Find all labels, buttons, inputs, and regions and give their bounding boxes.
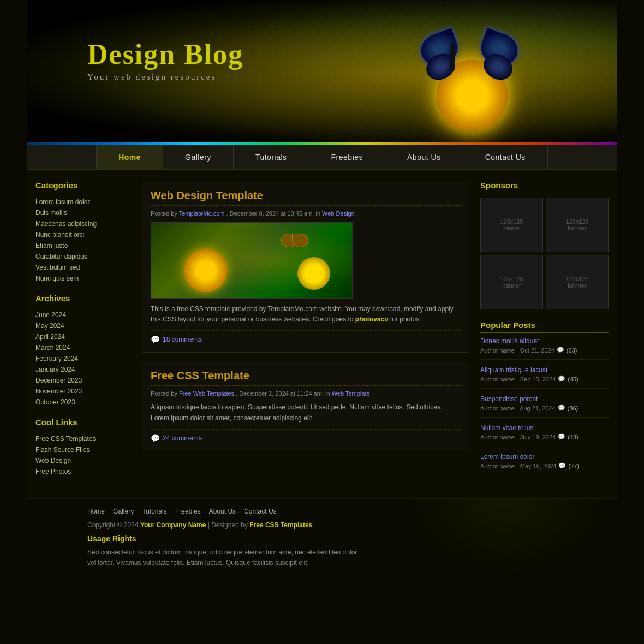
nav-gallery[interactable]: Gallery [163, 145, 234, 169]
category-link[interactable]: Vestibulum sed [35, 264, 80, 271]
category-link[interactable]: Maecenas adipiscing [35, 220, 97, 228]
categories-list: Lorem ipsum dolor Duis mollis Maecenas a… [35, 198, 131, 283]
usage-rights-title: Usage Rights [87, 534, 557, 543]
cool-link[interactable]: Flash Source Files [35, 446, 90, 454]
cool-link[interactable]: Free Photos [35, 468, 71, 475]
footer-nav-tutorials[interactable]: Tutorials [142, 508, 167, 515]
footer-nav-home[interactable]: Home [87, 508, 105, 515]
post-2-category[interactable]: Web Template [332, 390, 370, 397]
sponsors-title: Sponsors [480, 181, 609, 193]
nav-home[interactable]: Home [96, 145, 163, 169]
post-1-category[interactable]: Web Design [322, 210, 355, 217]
post-2-comments[interactable]: 💬 24 comments [151, 429, 461, 443]
footer-divider-2: | [137, 507, 140, 515]
post-1-comments[interactable]: 💬 18 comments [151, 330, 461, 344]
category-link[interactable]: Nunc blandit orci [35, 231, 84, 238]
cool-link[interactable]: Free CSS Templates [35, 435, 96, 443]
site-title: Design Blog [87, 38, 243, 70]
banner-1[interactable]: 125x125 banner [480, 198, 543, 252]
popular-post-1: Donec mollis aliquet Author name - Oct 2… [480, 337, 609, 360]
category-link[interactable]: Curabitur dapibus [35, 253, 87, 260]
popular-post-2-count: (45) [568, 376, 579, 383]
post-image-flower2 [297, 257, 330, 290]
popular-post-3-meta: Author name - Aug 21, 2024 💬 (36) [480, 404, 609, 412]
footer-nav: Home | Gallery | Tutorials | Freebies | … [87, 507, 557, 516]
company-name-link[interactable]: Your Company Name [140, 521, 206, 529]
archive-link[interactable]: June 2024 [35, 311, 66, 319]
popular-post-3-title[interactable]: Suspendisse potent [480, 395, 609, 403]
comment-bubble-icon-5: 💬 [558, 462, 566, 469]
post-1-meta: Posted by TemplateMo.com , December 8, 2… [151, 210, 461, 217]
archive-link[interactable]: October 2023 [35, 398, 75, 406]
comment-icon-2: 💬 [151, 434, 160, 443]
footer-copyright: Copyright © 2024 Your Company Name | Des… [87, 521, 557, 529]
popular-post-4-author-date: Author name - July 19, 2024 [480, 434, 556, 440]
photovaco-link[interactable]: photovaco [355, 315, 389, 323]
popular-post-3: Suspendisse potent Author name - Aug 21,… [480, 395, 609, 418]
list-item: Nunc blandit orci [35, 230, 131, 239]
nav-freebies[interactable]: Freebies [309, 145, 385, 169]
butterfly-decoration [448, 33, 491, 87]
post-1-author[interactable]: TemplateMo.com [179, 210, 225, 217]
popular-post-4-count: (18) [568, 434, 579, 440]
popular-post-4-meta: Author name - July 19, 2024 💬 (18) [480, 433, 609, 440]
banner-4[interactable]: 125x125 banner [546, 255, 609, 309]
cool-links-section: Cool Links Free CSS Templates Flash Sour… [35, 418, 131, 476]
list-item: Curabitur dapibus [35, 252, 131, 261]
category-link[interactable]: Nunc quis sem [35, 275, 79, 282]
archive-link[interactable]: January 2024 [35, 366, 75, 373]
popular-post-2-title[interactable]: Aliquam tristique lacust [480, 366, 609, 374]
archive-link[interactable]: May 2024 [35, 322, 64, 330]
site-subtitle: Your web design resources [87, 73, 243, 82]
popular-posts-title: Popular Posts [480, 320, 609, 333]
footer-nav-gallery[interactable]: Gallery [113, 508, 134, 515]
banner-1-label: 125x125 [500, 218, 523, 225]
footer-divider-5: | [239, 507, 242, 515]
copyright-text: Copyright © 2024 [87, 521, 139, 529]
nav-tutorials[interactable]: Tutorials [234, 145, 309, 169]
archive-link[interactable]: December 2023 [35, 377, 82, 384]
post-1-comments-count: 18 comments [163, 336, 202, 343]
list-item: February 2024 [35, 354, 131, 363]
list-item: April 2024 [35, 332, 131, 341]
cool-links-title: Cool Links [35, 418, 131, 430]
designer-link[interactable]: Free CSS Templates [249, 521, 312, 529]
category-link[interactable]: Duis mollis [35, 209, 67, 217]
footer-nav-contact[interactable]: Contact Us [244, 508, 276, 515]
archive-link[interactable]: April 2024 [35, 333, 65, 341]
banner-1-sublabel: banner [502, 225, 521, 231]
footer-nav-about[interactable]: About Us [209, 508, 236, 515]
post-1-title: Web Design Template [151, 189, 461, 206]
archives-title: Archives [35, 294, 131, 306]
list-item: March 2024 [35, 343, 131, 352]
list-item: October 2023 [35, 398, 131, 407]
popular-post-5-title[interactable]: Lorem ipsum dolor [480, 453, 609, 461]
popular-post-4-title[interactable]: Nullam vitae tellus [480, 424, 609, 432]
footer-nav-freebies[interactable]: Freebies [175, 508, 201, 515]
footer-divider-3: | [170, 507, 174, 515]
nav-contact[interactable]: Contact Us [463, 145, 548, 169]
archive-link[interactable]: February 2024 [35, 355, 78, 362]
category-link[interactable]: Etiam justo [35, 242, 68, 249]
post-2-author[interactable]: Free Web Templates [179, 390, 234, 397]
banner-2[interactable]: 125x125 banner [546, 198, 609, 252]
banner-3[interactable]: 125x125 banner [480, 255, 543, 309]
comment-bubble-icon-4: 💬 [558, 433, 565, 440]
right-sidebar: Sponsors 125x125 banner 125x125 banner 1… [475, 175, 611, 492]
list-item: May 2024 [35, 321, 131, 330]
list-item: December 2023 [35, 376, 131, 385]
list-item: Web Design [35, 456, 131, 465]
popular-post-5-count: (27) [568, 463, 579, 469]
category-link[interactable]: Lorem ipsum dolor [35, 198, 90, 206]
list-item: Free CSS Templates [35, 434, 131, 443]
archive-link[interactable]: November 2023 [35, 387, 82, 395]
post-2-date: , December 2, 2024 at 11:24 am, in [236, 390, 332, 397]
popular-post-1-title[interactable]: Donec mollis aliquet [480, 337, 609, 345]
popular-post-2: Aliquam tristique lacust Author name - S… [480, 366, 609, 389]
post-2-meta: Posted by Free Web Templates , December … [151, 390, 461, 397]
cool-link[interactable]: Web Design [35, 457, 71, 464]
banner-3-sublabel: banner [502, 282, 521, 289]
nav-about[interactable]: About Us [385, 145, 463, 169]
archive-link[interactable]: March 2024 [35, 344, 70, 351]
archives-list: June 2024 May 2024 April 2024 March 2024… [35, 311, 131, 407]
